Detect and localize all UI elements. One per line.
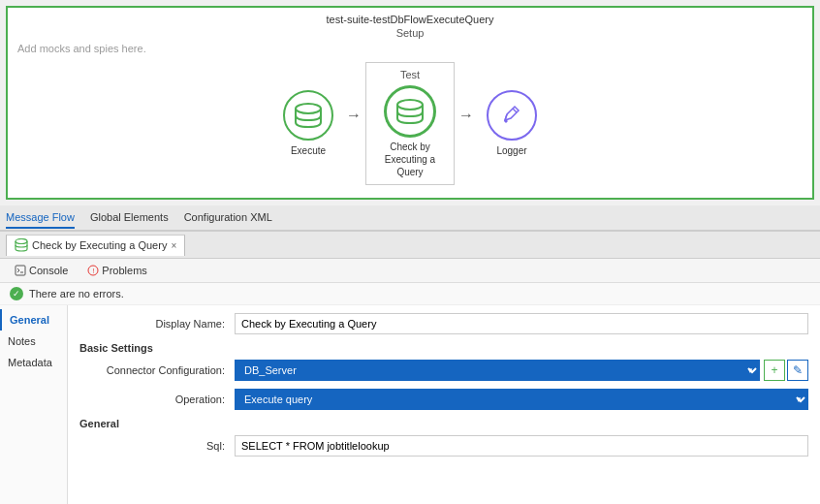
sql-row: Sql: [79,435,808,457]
general-section-title: General [79,418,808,429]
left-sidebar: General Notes Metadata [0,305,68,504]
sidebar-item-general[interactable]: General [0,309,67,331]
display-name-input[interactable] [235,313,808,334]
add-config-button[interactable]: + [764,360,785,381]
suite-title: test-suite-testDbFlowExecuteQuery [14,14,806,25]
arrow-2: → [458,107,474,142]
connector-select-wrapper: DB_Server [235,360,760,381]
operation-select[interactable]: Execute query [235,389,808,410]
content-area: General Notes Metadata Display Name: Bas… [0,305,820,504]
basic-settings-title: Basic Settings [79,342,808,354]
svg-rect-5 [16,266,25,275]
check-label: Check byExecuting a Query [376,141,444,178]
display-name-row: Display Name: [79,313,808,334]
db-tab-icon [15,238,28,252]
flow-container: Execute → Test Check byExecuting a Query [14,62,806,185]
sidebar-item-metadata[interactable]: Metadata [0,352,67,373]
tab-global-elements[interactable]: Global Elements [90,207,169,229]
tab-message-flow[interactable]: Message Flow [6,207,75,229]
check-circle [385,86,435,137]
svg-point-4 [16,239,27,244]
sql-label: Sql: [79,440,235,452]
logger-circle [487,90,537,141]
test-label: Test [400,69,420,80]
main-form: Display Name: Basic Settings Connector C… [68,305,820,504]
svg-point-1 [397,100,423,110]
check-node[interactable]: Check byExecuting a Query [376,86,444,178]
test-box: Test Check byExecuting a Query [365,62,455,185]
panel-tabs: Check by Executing a Query × [0,232,820,259]
connector-actions: + ✎ [764,360,808,381]
general-section: General Sql: [79,418,808,457]
bottom-panel: Check by Executing a Query × Console ! P… [0,231,820,504]
connector-config-row: Connector Configuration: DB_Server + ✎ [79,360,808,381]
display-name-label: Display Name: [79,318,235,330]
sql-input[interactable] [235,435,808,457]
panel-tab-label: Check by Executing a Query [32,239,167,251]
console-icon [15,265,26,276]
sec-tab-problems[interactable]: ! Problems [79,262,155,279]
mocks-label: Add mocks and spies here. [17,43,806,54]
logger-label: Logger [496,144,526,157]
connector-config-select[interactable]: DB_Server [235,360,760,381]
execute-circle [283,90,333,141]
sidebar-item-notes[interactable]: Notes [0,331,67,352]
svg-line-3 [513,109,517,112]
execute-node[interactable]: Execute [274,90,342,157]
operation-label: Operation: [79,394,235,405]
panel-secondary-tabs: Console ! Problems [0,259,820,283]
success-icon: ✓ [10,287,23,300]
no-errors-bar: ✓ There are no errors. [0,283,820,305]
execute-label: Execute [291,144,326,157]
sec-tab-console[interactable]: Console [6,262,77,279]
nav-tabs: Message Flow Global Elements Configurati… [0,205,820,231]
console-label: Console [29,265,68,276]
edit-config-button[interactable]: ✎ [787,360,808,381]
panel-tab-check[interactable]: Check by Executing a Query × [6,235,185,256]
problems-label: Problems [102,265,146,276]
arrow-1: → [346,107,362,142]
svg-text:!: ! [93,268,95,274]
test-flow-nodes: Check byExecuting a Query [376,86,444,178]
tab-configuration-xml[interactable]: Configuration XML [184,207,272,229]
svg-point-0 [296,104,321,113]
check-db-icon [395,99,425,124]
problems-icon: ! [87,265,99,276]
logger-node[interactable]: Logger [478,90,546,157]
db-icon [294,103,323,128]
operation-row: Operation: Execute query [79,389,808,410]
pencil-icon [501,105,522,126]
canvas-area: test-suite-testDbFlowExecuteQuery Setup … [6,6,814,200]
no-errors-text: There are no errors. [29,288,124,299]
panel-tab-close[interactable]: × [171,240,176,251]
connector-config-label: Connector Configuration: [79,364,235,376]
operation-select-wrapper: Execute query [235,389,808,410]
setup-label: Setup [14,27,806,39]
